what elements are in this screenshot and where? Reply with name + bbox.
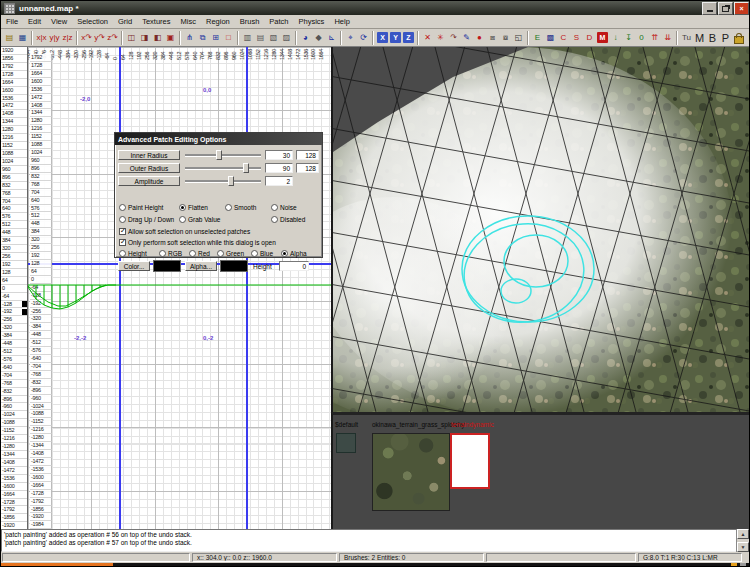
restore-button[interactable]: [718, 2, 733, 15]
brush-button[interactable]: B: [706, 31, 719, 45]
stat-up-icon[interactable]: ⇈: [648, 31, 661, 45]
radio-rgb[interactable]: RGB: [159, 250, 182, 257]
checkbox-1[interactable]: Allow soft selection on unselected patch…: [119, 228, 250, 235]
select-touching-icon[interactable]: ◨: [138, 31, 151, 45]
texture-swatch[interactable]: [372, 433, 450, 511]
inner-radius-value-field[interactable]: 30: [265, 150, 293, 160]
lock-z-icon[interactable]: Z: [403, 32, 414, 43]
flip-z-icon[interactable]: z|z: [61, 31, 74, 45]
texture-lock-icon[interactable]: ▤: [254, 31, 267, 45]
inner-radius-slider[interactable]: [185, 154, 261, 157]
dialog-title-bar[interactable]: Advanced Patch Editing Options: [115, 133, 322, 145]
patch-button[interactable]: P: [719, 31, 732, 45]
no-curves-icon[interactable]: ✕: [421, 31, 434, 45]
outer-radius-max-field[interactable]: 128: [296, 163, 319, 173]
taskbar-button[interactable]: [1, 563, 113, 567]
patch-bend-icon[interactable]: ↷: [447, 31, 460, 45]
height-field[interactable]: 0: [279, 261, 309, 271]
color-button[interactable]: Color...: [118, 261, 150, 271]
radio-noise[interactable]: Noise: [271, 204, 297, 211]
outer-radius-button[interactable]: Outer Radius: [118, 163, 180, 173]
amplitude-value-field[interactable]: 2: [265, 176, 293, 186]
menu-edit[interactable]: Edit: [23, 15, 46, 28]
slider-thumb[interactable]: [216, 150, 222, 160]
view-cube-icon[interactable]: ◱: [512, 31, 525, 45]
minimize-button[interactable]: [702, 2, 717, 15]
f-button[interactable]: F: [745, 31, 750, 45]
tu-button[interactable]: Tu: [680, 31, 693, 45]
open-icon[interactable]: ▤: [3, 31, 16, 45]
camera-3d-view[interactable]: [331, 47, 750, 412]
console-log[interactable]: 'patch painting' added as operation # 56…: [1, 529, 750, 552]
filter-sky-icon[interactable]: S: [570, 31, 583, 45]
texture-fit-icon[interactable]: ▥: [241, 31, 254, 45]
rotate-z-icon[interactable]: z↷: [106, 31, 119, 45]
lock-selection-icon[interactable]: ⧈: [486, 31, 499, 45]
lock-x-icon[interactable]: X: [377, 32, 388, 43]
radio-grab-value[interactable]: Grab Value: [179, 216, 220, 223]
texture-swatch[interactable]: [336, 433, 356, 453]
texture-browser[interactable]: $defaultokinawa_terrain_grass_splotchyte…: [331, 412, 750, 529]
amplitude-button[interactable]: Amplitude: [118, 176, 180, 186]
save-icon[interactable]: ▦: [16, 31, 29, 45]
menu-misc[interactable]: Misc: [176, 15, 201, 28]
filter-world-icon[interactable]: ▩: [544, 31, 557, 45]
menu-view[interactable]: View: [46, 15, 72, 28]
stat-down-icon[interactable]: ⇊: [661, 31, 674, 45]
menu-grid[interactable]: Grid: [113, 15, 137, 28]
texture-window-icon[interactable]: ⊞: [209, 31, 222, 45]
select-complete-icon[interactable]: ◫: [125, 31, 138, 45]
radio-drag-up-down[interactable]: Drag Up / Down: [119, 216, 174, 223]
texture-rotate-icon[interactable]: ▨: [280, 31, 293, 45]
vertex-edit-icon[interactable]: ✎: [460, 31, 473, 45]
slider-thumb[interactable]: [228, 176, 234, 186]
close-button[interactable]: ×: [734, 2, 749, 15]
tray-icon[interactable]: [740, 563, 746, 567]
menu-selection[interactable]: Selection: [72, 15, 113, 28]
radio-smooth[interactable]: Smooth: [225, 204, 256, 211]
make-hollow-icon[interactable]: ▣: [164, 31, 177, 45]
tray-icon[interactable]: [731, 563, 737, 567]
filter-models-icon[interactable]: M: [597, 32, 608, 43]
zero-icon[interactable]: 0: [635, 31, 648, 45]
lock-button[interactable]: [732, 31, 745, 45]
flip-x-icon[interactable]: x|x: [35, 31, 48, 45]
menu-file[interactable]: File: [1, 15, 23, 28]
change-views-icon[interactable]: ◕: [299, 31, 312, 45]
slider-thumb[interactable]: [243, 163, 249, 173]
menu-region[interactable]: Region: [201, 15, 235, 28]
camera-icon[interactable]: ◆: [312, 31, 325, 45]
inner-radius-max-field[interactable]: 128: [296, 150, 319, 160]
outer-radius-value-field[interactable]: 90: [265, 163, 293, 173]
refresh-icon[interactable]: ⟳: [357, 31, 370, 45]
entity-tree-icon[interactable]: ⋔: [183, 31, 196, 45]
entity-e-icon[interactable]: E: [531, 31, 544, 45]
drop-height-icon[interactable]: ↓: [609, 31, 622, 45]
radio-disabled[interactable]: Disabled: [271, 216, 305, 223]
amplitude-slider[interactable]: [185, 180, 261, 183]
filter-detail-icon[interactable]: D: [583, 31, 596, 45]
no-models-icon[interactable]: ✳: [434, 31, 447, 45]
scroll-up-icon[interactable]: ▲: [737, 529, 749, 539]
radio-flatten[interactable]: Flatten: [179, 204, 208, 211]
model-button[interactable]: M: [693, 31, 706, 45]
texture-flip-icon[interactable]: ▧: [267, 31, 280, 45]
radio-red[interactable]: Red: [189, 250, 210, 257]
lock-textures-icon[interactable]: ⧇: [499, 31, 512, 45]
console-scrollbar[interactable]: ▲ ▼: [736, 529, 749, 552]
clone-icon[interactable]: ⧉: [196, 31, 209, 45]
color-swatch[interactable]: [153, 260, 181, 272]
checkbox-2[interactable]: Only perform soft selection while this d…: [119, 239, 276, 246]
lock-y-icon[interactable]: Y: [390, 32, 401, 43]
grid-2d-view[interactable]: -704-640-576-512-448-384-320-256-192-128…: [28, 47, 331, 529]
radio-paint-height[interactable]: Paint Height: [119, 204, 163, 211]
rotate-y-icon[interactable]: y↷: [93, 31, 106, 45]
menu-physics[interactable]: Physics: [294, 15, 330, 28]
crosshair-icon[interactable]: ⌖: [344, 31, 357, 45]
menu-patch[interactable]: Patch: [264, 15, 293, 28]
flip-y-icon[interactable]: y|y: [48, 31, 61, 45]
filter-caulk-icon[interactable]: C: [557, 31, 570, 45]
radio-blue[interactable]: Blue: [251, 250, 273, 257]
region-icon[interactable]: □: [222, 31, 235, 45]
drill-icon[interactable]: ●: [473, 31, 486, 45]
